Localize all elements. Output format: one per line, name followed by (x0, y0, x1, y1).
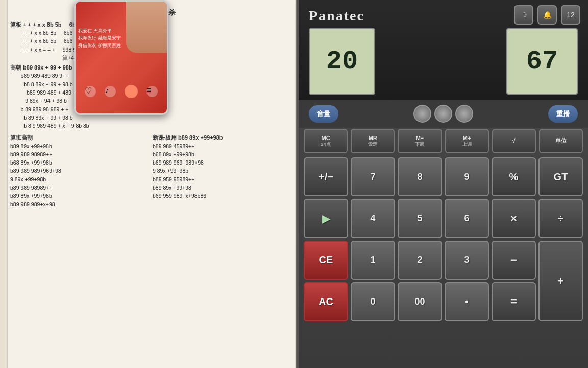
calc-display-area: Panatec ☽ 🔔 12 20 67 (299, 0, 588, 115)
col2-7: b69 959 989+x+98b86 (153, 192, 290, 200)
dot-button[interactable]: • (445, 282, 489, 321)
col1-1: b89 89x +99+98b (10, 142, 148, 150)
top-dot-3 (455, 105, 473, 123)
col2-5: b89 959 95989++ (153, 175, 290, 183)
col1-7: b89 89x +99+98b (10, 192, 148, 200)
ac-button[interactable]: AC (304, 282, 348, 321)
calc-numpad: +/− 7 8 9 % GT ▶ 4 5 6 × ÷ CE 1 2 3 − + … (304, 157, 583, 363)
col2-2: b68 89x +99+98b (153, 150, 290, 158)
section-suanban-gaochao: 算班高朝 b89 89x +99+98b b89 989 98989++ b68… (10, 132, 290, 209)
gaochao-7: b 8 9 989 489 + x + 9 8b 8b (10, 122, 290, 130)
col-left: 算班高朝 b89 89x +99+98b b89 989 98989++ b68… (10, 132, 148, 209)
phone-control-menu: ≡ (146, 86, 158, 97)
mminus-sub: 下调 (415, 142, 424, 147)
plus-button[interactable]: + (538, 241, 583, 321)
play-button[interactable]: ▶ (304, 199, 348, 238)
col1-6: b89 989 98989++ (10, 183, 148, 192)
calc-func-row: MC 24点 MR 设定 M− 下调 M+ 上调 √ 单位 (304, 129, 583, 153)
calc-display-left: 20 (309, 28, 375, 95)
2-button[interactable]: 2 (398, 241, 442, 280)
calc-top-controls: 音量 重播 (299, 100, 588, 128)
00-button[interactable]: 00 (398, 282, 442, 321)
top-dot-2 (434, 105, 452, 123)
divide-button[interactable]: ÷ (538, 199, 583, 238)
mminus-button[interactable]: M− 下调 (398, 129, 442, 153)
1-button[interactable]: 1 (351, 241, 395, 280)
mplus-sub: 上调 (462, 142, 472, 147)
col2-3: b69 989 969+989+98 (153, 158, 290, 167)
sqrt-label: √ (512, 137, 516, 144)
mminus-label: M− (416, 135, 424, 142)
col2-6: b89 89x +99+98 (153, 183, 290, 192)
percent-button[interactable]: % (492, 157, 536, 196)
4-button[interactable]: 4 (351, 199, 395, 238)
mc-button[interactable]: MC 24点 (304, 129, 348, 153)
mplus-button[interactable]: M+ 上调 (445, 129, 489, 153)
phone: 我爱在 天高外平 我海夜行 融融是安宁 身借你衣 护愿民百姓 ♡ ♪ ≡ (74, 0, 168, 115)
notebook-spine (0, 0, 8, 368)
col1-3: b68 89x +99+98b (10, 158, 148, 167)
icon-btn-2[interactable]: 🔔 (537, 5, 557, 25)
plus-minus-button[interactable]: +/− (304, 157, 348, 196)
calc-display-right: 67 (506, 28, 578, 95)
phone-controls: ♡ ♪ ≡ (81, 85, 162, 98)
chongbo-button[interactable]: 重播 (548, 105, 578, 123)
calc-top-icons: ☽ 🔔 12 (514, 5, 580, 25)
icon-btn-1[interactable]: ☽ (514, 5, 533, 25)
top-dot-1 (413, 105, 431, 123)
top-dots-row (413, 105, 473, 123)
3-button[interactable]: 3 (445, 241, 489, 280)
8-button[interactable]: 8 (398, 157, 442, 196)
col1-5: 9 89x +99+98b (10, 175, 148, 183)
col2-1: b89 989 45989++ (153, 142, 290, 150)
song-line-1: 我爱在 天高外平 (78, 27, 121, 34)
mr-label: MR (369, 135, 377, 142)
phone-control-play (125, 85, 138, 98)
col-right-header: 新课·板用 b89 89x +99+98b (153, 134, 290, 142)
col-right: 新课·板用 b89 89x +99+98b b89 989 45989++ b6… (153, 132, 290, 209)
calc-brand: Panatec (309, 8, 364, 24)
col1-8: b89 989 989+x+98 (10, 200, 148, 209)
unit-button[interactable]: 单位 (539, 129, 583, 153)
phone-control-music: ♪ (105, 86, 116, 97)
mc-label: MC (322, 135, 330, 142)
icon-btn-3[interactable]: 12 (561, 5, 580, 25)
yinliang-button[interactable]: 音量 (309, 105, 338, 123)
phone-text-overlay: 我爱在 天高外平 我海夜行 融融是安宁 身借你衣 护愿民百姓 (78, 27, 121, 49)
0-button[interactable]: 0 (351, 282, 395, 321)
multiply-button[interactable]: × (492, 199, 536, 238)
mr-sub: 设定 (368, 142, 377, 147)
col1-2: b89 989 98989++ (10, 150, 148, 158)
5-button[interactable]: 5 (398, 199, 442, 238)
col1-4: b89 989 989+969+98 (10, 167, 148, 175)
gt-button[interactable]: GT (538, 157, 583, 196)
mc-sub: 24点 (321, 142, 331, 147)
col2-4: 9 89x +99+98b (153, 167, 290, 175)
calculator: Panatec ☽ 🔔 12 20 67 音量 重播 MC 24点 MR 设定 … (297, 0, 588, 368)
phone-screen: 我爱在 天高外平 我海夜行 融融是安宁 身借你衣 护愿民百姓 ♡ ♪ ≡ (76, 2, 167, 113)
col-left-header: 算班高朝 (10, 134, 148, 142)
ce-button[interactable]: CE (304, 241, 348, 280)
song-line-3: 身借你衣 护愿民百姓 (78, 42, 121, 49)
equals-button[interactable]: = (492, 282, 536, 321)
sqrt-button[interactable]: √ (492, 129, 536, 153)
mplus-label: M+ (463, 135, 471, 142)
6-button[interactable]: 6 (445, 199, 489, 238)
phone-control-heart: ♡ (85, 86, 96, 97)
9-button[interactable]: 9 (445, 157, 489, 196)
song-line-2: 我海夜行 融融是安宁 (78, 34, 121, 41)
two-col-section: 算班高朝 b89 89x +99+98b b89 989 98989++ b68… (10, 132, 290, 209)
7-button[interactable]: 7 (351, 157, 395, 196)
mr-button[interactable]: MR 设定 (351, 129, 395, 153)
phone-portrait (126, 2, 167, 53)
minus-button[interactable]: − (492, 241, 536, 280)
unit-label: 单位 (555, 137, 567, 144)
